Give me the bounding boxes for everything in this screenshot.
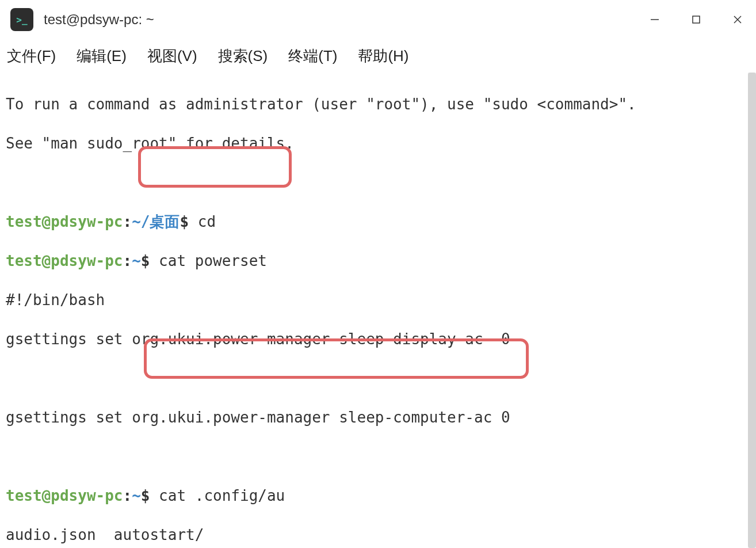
minimize-icon: [650, 14, 660, 25]
svg-rect-1: [693, 16, 700, 23]
prompt-colon: :: [123, 213, 132, 230]
scrollbar-thumb[interactable]: [748, 73, 756, 548]
prompt-path: ~/桌面: [132, 213, 180, 230]
prompt-line: test@pdsyw-pc:~$ cat .config/au: [6, 486, 750, 505]
menu-search[interactable]: 搜索(S): [218, 46, 268, 66]
prompt-userhost: test@pdsyw-pc: [6, 252, 123, 269]
output-line: gsettings set org.ukui.power-manager sle…: [6, 408, 750, 427]
output-line: gsettings set org.ukui.power-manager sle…: [6, 329, 750, 349]
close-button[interactable]: [721, 6, 754, 33]
blank-line: [6, 447, 750, 466]
prompt-userhost: test@pdsyw-pc: [6, 213, 123, 230]
prompt-line: test@pdsyw-pc:~$ cat powerset: [6, 251, 750, 271]
prompt-line: test@pdsyw-pc:~/桌面$ cd: [6, 212, 750, 231]
terminal-app-icon: >_: [10, 8, 33, 31]
command-text: cat .config/au: [150, 487, 285, 504]
window-controls: [639, 6, 754, 33]
terminal-content[interactable]: To run a command as administrator (user …: [0, 73, 756, 548]
output-line: To run a command as administrator (user …: [6, 94, 750, 114]
prompt-userhost: test@pdsyw-pc: [6, 487, 123, 504]
output-line: audio.json autostart/: [6, 525, 750, 545]
menu-edit[interactable]: 编辑(E): [77, 46, 127, 66]
blank-line: [6, 173, 750, 192]
minimize-button[interactable]: [639, 6, 671, 33]
prompt-colon: :: [123, 252, 132, 269]
output-line: See "man sudo_root" for details.: [6, 134, 750, 153]
menu-terminal[interactable]: 终端(T): [288, 46, 337, 66]
prompt-path: ~: [132, 252, 141, 269]
menubar: 文件(F) 编辑(E) 视图(V) 搜索(S) 终端(T) 帮助(H): [0, 39, 756, 73]
terminal-icon-glyph: >_: [16, 14, 27, 25]
prompt-dollar: $: [180, 213, 189, 230]
output-line: #!/bin/bash: [6, 290, 750, 310]
menu-file[interactable]: 文件(F): [7, 46, 56, 66]
blank-line: [6, 368, 750, 388]
scrollbar[interactable]: [748, 73, 756, 548]
menu-help[interactable]: 帮助(H): [358, 46, 408, 66]
titlebar: >_ test@pdsyw-pc: ~: [0, 0, 756, 39]
prompt-dollar: $: [141, 487, 150, 504]
command-text: cd: [189, 213, 216, 230]
maximize-icon: [691, 14, 701, 25]
prompt-path: ~: [132, 487, 141, 504]
prompt-dollar: $: [141, 252, 150, 269]
close-icon: [732, 14, 743, 25]
window-title: test@pdsyw-pc: ~: [44, 12, 154, 28]
maximize-button[interactable]: [680, 6, 712, 33]
prompt-colon: :: [123, 487, 132, 504]
menu-view[interactable]: 视图(V): [147, 46, 197, 66]
command-text: cat powerset: [150, 252, 267, 269]
